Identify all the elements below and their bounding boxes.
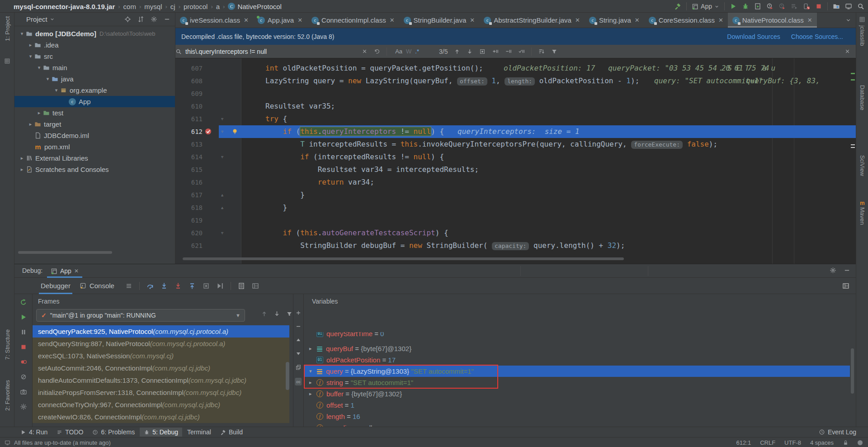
jclasslib-icon[interactable] — [859, 16, 865, 23]
line-number[interactable]: 610 — [175, 100, 203, 113]
run-anything-icon[interactable] — [845, 3, 852, 10]
editor-horizontal-scrollbar[interactable] — [183, 257, 624, 260]
previous-frame-icon[interactable] — [261, 310, 268, 317]
force-step-into-icon[interactable] — [175, 282, 182, 290]
line-number[interactable]: 617 — [175, 189, 203, 201]
status-utf-8[interactable]: UTF-8 — [784, 439, 801, 446]
toolwindow-button-5-debug[interactable]: 5: Debug — [140, 428, 182, 437]
variable-row-query[interactable]: ▾query = {LazyString@1303} "SET autocomm… — [304, 366, 850, 377]
breadcrumb-class[interactable]: NativeProtocol — [237, 3, 282, 10]
debug-button-icon[interactable] — [742, 3, 749, 10]
search-filter-icon[interactable] — [538, 48, 545, 55]
tree-item-app[interactable]: cApp — [14, 96, 175, 107]
fold-down-icon[interactable]: ▿ — [221, 113, 224, 125]
line-number[interactable]: 612 — [175, 125, 203, 138]
line-number[interactable]: 618 — [175, 201, 203, 214]
close-icon[interactable]: ✕ — [74, 268, 79, 274]
code-line-611[interactable]: 611▿ try { — [175, 113, 856, 125]
search-history-icon[interactable] — [374, 48, 380, 55]
line-number[interactable]: 611 — [175, 113, 203, 125]
line-number[interactable]: 616 — [175, 176, 203, 189]
code-line-614[interactable]: 614▿ if (interceptedResults != null) { — [175, 151, 856, 163]
tab-stringbuilder-java[interactable]: cStringBuilder.java✕ — [399, 13, 480, 28]
tree-item-idea[interactable]: ▸.idea — [14, 39, 175, 51]
hide-debug-panel-icon[interactable] — [844, 267, 850, 274]
breadcrumb-jar[interactable]: mysql-connector-java-8.0.19.jar — [14, 3, 115, 10]
move-watch-up-icon[interactable] — [296, 337, 302, 343]
breadcrumb-item-a[interactable]: a — [216, 3, 220, 10]
close-icon[interactable]: ✕ — [575, 17, 580, 24]
run-config-selector[interactable]: App — [692, 3, 719, 10]
close-icon[interactable]: ✕ — [244, 17, 249, 24]
project-structure-icon[interactable] — [833, 3, 840, 10]
variables-vertical-scrollbar[interactable] — [851, 348, 854, 394]
evaluate-expression-icon[interactable] — [238, 282, 245, 290]
line-number[interactable]: 614 — [175, 151, 203, 163]
add-occurrence-icon[interactable] — [492, 48, 499, 55]
select-opened-file-icon[interactable] — [124, 16, 131, 23]
collapse-all-icon[interactable] — [137, 16, 144, 23]
view-breakpoints-icon[interactable] — [20, 358, 27, 366]
show-watches-icon[interactable]: ∞ — [295, 378, 302, 385]
hide-library-frames-icon[interactable] — [286, 310, 292, 317]
stop-icon[interactable] — [20, 343, 27, 351]
variable-row-buffer[interactable]: ▸fbuffer = {byte[67]@1302} — [304, 388, 850, 399]
variable-row-querystarttime[interactable]: 01queryStartTime = 0 — [304, 332, 850, 339]
code-line-621[interactable]: 621 StringBuilder debugBuf = new StringB… — [175, 239, 856, 252]
build-hammer-icon[interactable] — [674, 3, 681, 10]
toolwindow-button-build[interactable]: Build — [216, 428, 247, 437]
code-line-613[interactable]: 613 T interceptedResults = this.invokeQu… — [175, 138, 856, 151]
thread-selector[interactable]: ✓"main"@1 in group "main": RUNNING▼ — [36, 309, 245, 322]
link-choose-sources[interactable]: Choose Sources... — [791, 33, 843, 40]
stop-button-icon[interactable] — [815, 3, 822, 10]
run-targets-disabled-icon[interactable] — [791, 3, 798, 10]
line-number[interactable]: 607 — [175, 62, 203, 75]
code-line-609[interactable]: 609 — [175, 87, 856, 100]
toggle-[interactable]: .* — [413, 48, 421, 55]
fold-up-icon[interactable]: ▵ — [221, 189, 224, 201]
drop-frame-icon[interactable] — [203, 282, 210, 290]
intention-bulb-icon[interactable] — [231, 128, 238, 135]
project-panel-title[interactable]: Project — [26, 15, 55, 23]
code-line-619[interactable]: 619 — [175, 214, 856, 227]
fold-down-icon[interactable]: ▿ — [221, 151, 224, 163]
duplicate-watch-icon[interactable] — [296, 364, 302, 370]
project-settings-icon[interactable] — [151, 16, 157, 23]
toggle-occurrences-icon[interactable] — [518, 48, 525, 55]
tree-item-scratches-and-consoles[interactable]: ▸Scratches and Consoles — [14, 164, 175, 175]
toggle-w[interactable]: W — [404, 48, 413, 55]
tool-strip-sciview[interactable]: SciView — [859, 155, 866, 176]
toolwindow-button-terminal[interactable]: Terminal — [183, 428, 215, 437]
close-icon[interactable]: ✕ — [635, 17, 640, 24]
select-all-occurrences-icon[interactable] — [479, 48, 486, 55]
code-line-610[interactable]: 610 Resultset var35; — [175, 100, 856, 113]
event-log-button[interactable]: Event Log — [819, 428, 856, 436]
tab-app-java[interactable]: cApp.java✕ — [253, 13, 307, 28]
tool-strip-jclasslib[interactable]: jclasslib — [859, 25, 866, 46]
breadcrumb-item-com[interactable]: com — [123, 3, 136, 10]
close-icon[interactable]: ✕ — [718, 17, 723, 24]
frame-row-execsql[interactable]: execSQL:1073, NativeSession (com.mysql.c… — [33, 350, 289, 362]
fold-up-icon[interactable]: ▵ — [221, 201, 224, 214]
frame-row-createnewio[interactable]: createNewIO:826, ConnectionImpl (com.mys… — [33, 411, 289, 423]
close-search-icon[interactable] — [844, 48, 850, 54]
frame-row-sendquerypacket[interactable]: sendQueryPacket:925, NativeProtocol (com… — [33, 325, 289, 338]
line-number[interactable]: 619 — [175, 214, 203, 227]
remove-occurrence-icon[interactable] — [505, 48, 512, 55]
resume-icon[interactable] — [20, 314, 27, 321]
close-icon[interactable]: ✕ — [807, 17, 812, 24]
frame-row-connectonetryonly[interactable]: connectOneTryOnly:967, ConnectionImpl (c… — [33, 399, 289, 411]
debug-tab-console[interactable]: Console — [75, 278, 119, 294]
toolwindow-button-todo[interactable]: TODO — [52, 428, 87, 437]
tool-strip-maven[interactable]: Maven — [859, 207, 866, 225]
tab-string-java[interactable]: cString.java✕ — [585, 13, 644, 28]
code-line-615[interactable]: 615 Resultset var34 = interceptedResults… — [175, 163, 856, 176]
attach-debugger-icon[interactable] — [803, 3, 810, 10]
move-watch-down-icon[interactable] — [296, 351, 302, 357]
add-watch-icon[interactable] — [296, 310, 302, 316]
coverage-button-icon[interactable] — [754, 3, 761, 10]
thread-dump-icon[interactable] — [20, 388, 27, 395]
layout-settings-icon[interactable] — [252, 282, 259, 290]
variable-row-length[interactable]: flength = 16 — [304, 411, 850, 422]
variable-row-offset[interactable]: foffset = 1 — [304, 399, 850, 411]
